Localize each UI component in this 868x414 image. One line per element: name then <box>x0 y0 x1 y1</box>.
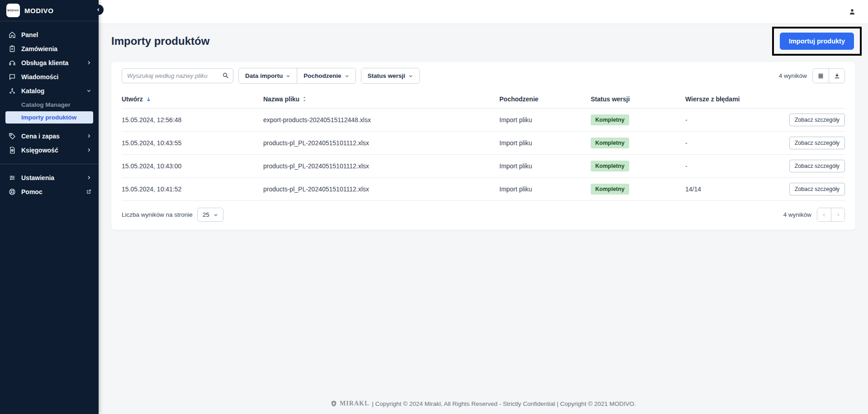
cell-errors: - <box>685 162 770 170</box>
column-header-pochodzenie: Pochodzenie <box>499 95 591 103</box>
sidebar-item-zamowienia[interactable]: Zamówienia <box>0 42 99 56</box>
cell-created: 15.05.2024, 10:43:55 <box>122 139 263 147</box>
sidebar-item-ustawienia[interactable]: Ustawienia <box>0 171 99 185</box>
sidebar-collapse-button[interactable] <box>93 5 104 15</box>
external-link-icon <box>86 189 91 194</box>
table-row: 15.05.2024, 10:41:52 products-pl_PL-2024… <box>122 178 845 201</box>
sidebar-item-cena-i-zapas[interactable]: Cena i zapas <box>0 129 99 143</box>
main-area: Importy produktów Importuj produkty <box>99 0 868 414</box>
clipboard-icon <box>8 45 16 52</box>
chevron-down-icon <box>286 74 290 78</box>
download-button[interactable] <box>829 69 844 83</box>
search-wrap <box>122 68 233 83</box>
view-export-group <box>812 68 845 83</box>
sidebar-item-katalog[interactable]: Katalog <box>0 84 99 98</box>
chevron-right-icon <box>836 213 840 217</box>
catalog-icon <box>8 87 16 95</box>
pager <box>817 208 845 222</box>
search-input[interactable] <box>122 68 233 83</box>
invoice-icon <box>8 146 16 154</box>
mirakl-shield-icon <box>331 400 337 407</box>
sidebar: MODIVO MODIVO Panel Zamówienia <box>0 0 99 414</box>
sidebar-item-label: Wiadomości <box>21 73 58 81</box>
table-header: Utwórz Nazwa pliku Pochodz <box>122 91 845 109</box>
status-badge: Kompletny <box>591 138 629 148</box>
view-details-button[interactable]: Zobacz szczegóły <box>789 137 845 149</box>
per-page-select[interactable]: 25 <box>197 208 223 222</box>
filter-status-wersji[interactable]: Status wersji <box>361 68 419 83</box>
sidebar-item-label: Pomoc <box>21 188 43 195</box>
status-badge: Kompletny <box>591 161 629 171</box>
sidebar-item-catalog-manager[interactable]: Catalog Manager <box>0 98 99 111</box>
person-icon <box>848 8 856 16</box>
chevron-right-icon <box>86 60 91 65</box>
chevron-left-icon <box>822 213 826 217</box>
view-details-button[interactable]: Zobacz szczegóły <box>789 114 845 126</box>
view-details-button[interactable]: Zobacz szczegóły <box>789 160 845 172</box>
sidebar-item-ksiegowosc[interactable]: Księgowość <box>0 143 99 157</box>
sidebar-subitem-label: Importy produktów <box>21 114 76 121</box>
sidebar-item-wiadomosci[interactable]: Wiadomości <box>0 70 99 84</box>
cell-status: Kompletny <box>591 184 685 195</box>
imports-table: Utwórz Nazwa pliku Pochodz <box>122 91 845 201</box>
sidebar-item-label: Ustawienia <box>21 174 54 181</box>
sidebar-item-pomoc[interactable]: Pomoc <box>0 185 99 199</box>
sidebar-item-label: Zamówienia <box>21 45 57 52</box>
cell-errors: - <box>685 116 770 124</box>
brand-row: MODIVO MODIVO <box>0 0 99 21</box>
column-header-nazwa-pliku[interactable]: Nazwa pliku <box>263 95 499 103</box>
column-header-wiersze-z-bledami: Wiersze z błędami <box>685 95 770 103</box>
status-badge: Kompletny <box>591 184 629 195</box>
page-head: Importy produktów <box>99 24 868 62</box>
filter-right: 4 wyników <box>779 68 845 83</box>
cell-origin: Import pliku <box>499 162 591 170</box>
sort-descending-icon <box>146 96 152 102</box>
user-menu-button[interactable] <box>848 8 856 16</box>
modivo-logo: MODIVO <box>6 4 20 17</box>
cell-origin: Import pliku <box>499 139 591 147</box>
list-view-button[interactable] <box>813 69 829 83</box>
cell-errors: - <box>685 139 770 147</box>
nav-gap <box>0 124 99 129</box>
table-row: 15.05.2024, 10:43:00 products-pl_PL-2024… <box>122 155 845 178</box>
table-row: 15.05.2024, 12:56:48 export-products-202… <box>122 109 845 132</box>
filter-data-importu[interactable]: Data importu <box>239 68 297 83</box>
sidebar-item-panel[interactable]: Panel <box>0 28 99 42</box>
chevron-right-icon <box>86 175 91 180</box>
chevron-left-icon <box>96 8 100 12</box>
modivo-logo-text: MODIVO <box>7 9 19 12</box>
cell-created: 15.05.2024, 10:43:00 <box>122 162 263 170</box>
cell-origin: Import pliku <box>499 186 591 193</box>
sidebar-subitem-label: Catalog Manager <box>21 101 71 108</box>
mirakl-wordmark: MIRAKL <box>340 400 369 407</box>
sidebar-item-label: Księgowość <box>21 147 58 154</box>
previous-page-button[interactable] <box>817 208 831 221</box>
cell-action: Zobacz szczegóły <box>770 160 845 172</box>
cell-file: export-products-20240515112448.xlsx <box>263 116 499 124</box>
import-products-button[interactable]: Importuj produkty <box>780 33 854 50</box>
app-root: MODIVO MODIVO Panel Zamówienia <box>0 0 868 414</box>
chevron-down-icon <box>86 88 91 93</box>
imports-card: Data importu Pochodzenie <box>111 62 855 230</box>
footer: MIRAKL | Copyright © 2024 Mirakl, All Ri… <box>99 400 868 407</box>
per-page-label: Liczba wyników na stronie <box>122 211 193 218</box>
cell-created: 15.05.2024, 12:56:48 <box>122 116 263 124</box>
filter-pochodzenie[interactable]: Pochodzenie <box>297 68 355 83</box>
cell-file: products-pl_PL-20240515101112.xlsx <box>263 139 499 147</box>
pagination: Liczba wyników na stronie 25 4 wyników <box>122 201 845 230</box>
view-details-button[interactable]: Zobacz szczegóły <box>789 183 845 195</box>
chevron-down-icon <box>345 74 349 78</box>
chevron-right-icon <box>86 133 91 138</box>
sidebar-nav: Panel Zamówienia Obsługa klienta <box>0 21 99 199</box>
sidebar-item-label: Panel <box>21 31 38 38</box>
column-header-utworz[interactable]: Utwórz <box>122 95 263 103</box>
cell-action: Zobacz szczegóły <box>770 183 845 195</box>
sidebar-item-obsluga-klienta[interactable]: Obsługa klienta <box>0 56 99 70</box>
status-badge: Kompletny <box>591 114 629 125</box>
table-row: 15.05.2024, 10:43:55 products-pl_PL-2024… <box>122 132 845 155</box>
results-count: 4 wyników <box>779 72 807 79</box>
next-page-button[interactable] <box>831 208 844 221</box>
sidebar-item-importy-produktow[interactable]: Importy produktów <box>5 111 93 124</box>
download-icon <box>834 72 840 79</box>
cell-errors: 14/14 <box>685 186 770 193</box>
